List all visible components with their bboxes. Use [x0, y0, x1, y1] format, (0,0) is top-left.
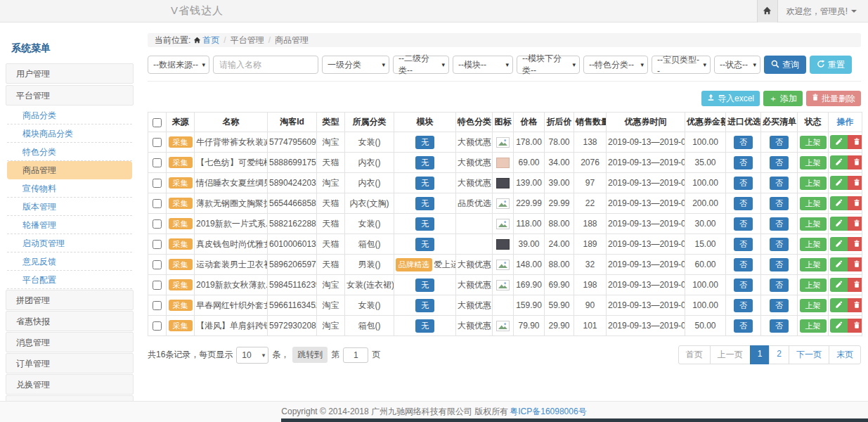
filter-select-feature-category[interactable]: --特色分类--▾	[583, 56, 648, 74]
filter-select-level2-category[interactable]: --二级分类--▾	[393, 56, 449, 74]
delete-button[interactable]	[848, 298, 862, 312]
filter-select-module-subcategory[interactable]: --模块下分类--▾	[517, 56, 580, 74]
icp-link[interactable]: 粤ICP备16098006号	[510, 406, 586, 418]
edit-button[interactable]	[830, 176, 848, 190]
sidebar-item-users[interactable]: 用户管理	[6, 63, 134, 84]
sidebar-item-goods-category[interactable]: 商品分类	[7, 106, 132, 124]
sidebar-item-feedback[interactable]: 意见反馈	[7, 252, 132, 271]
delete-button[interactable]	[848, 257, 862, 271]
status-button[interactable]: 上架	[800, 279, 827, 292]
delete-button[interactable]	[848, 196, 862, 210]
select-all-checkbox[interactable]	[153, 118, 162, 127]
module-badge[interactable]: 无	[415, 299, 434, 312]
home-button[interactable]	[757, 0, 778, 23]
pager-button-1[interactable]: 1	[750, 345, 770, 364]
filter-select-item-type[interactable]: --宝贝类型--▾	[652, 56, 711, 74]
module-badge[interactable]: 无	[415, 319, 434, 333]
sidebar-item-version-management[interactable]: 版本管理	[7, 198, 132, 216]
edit-button[interactable]	[830, 278, 848, 292]
row-checkbox[interactable]	[153, 240, 162, 249]
module-badge[interactable]: 无	[415, 156, 434, 170]
sidebar-item-feature-category[interactable]: 特色分类	[7, 143, 132, 161]
module-badge[interactable]: 无	[415, 238, 434, 251]
row-checkbox[interactable]	[153, 138, 162, 147]
must-buy-toggle[interactable]: 否	[770, 279, 789, 292]
sidebar-item-splash-management[interactable]: 启动页管理	[7, 234, 132, 252]
import-select-toggle[interactable]: 否	[734, 177, 753, 190]
import-select-toggle[interactable]: 否	[734, 319, 753, 333]
import-select-toggle[interactable]: 否	[734, 136, 753, 149]
row-checkbox[interactable]	[153, 301, 162, 310]
page-number-input[interactable]	[343, 347, 368, 363]
row-checkbox[interactable]	[153, 260, 162, 269]
delete-button[interactable]	[848, 237, 862, 251]
sidebar-item-carousel-management[interactable]: 轮播管理	[7, 216, 132, 234]
add-button[interactable]: ＋ 添加	[763, 91, 803, 106]
must-buy-toggle[interactable]: 否	[770, 136, 789, 149]
module-badge[interactable]: 品牌精选	[396, 258, 432, 271]
sidebar-item-saving-news[interactable]: 省惠快报	[6, 311, 134, 331]
row-checkbox[interactable]	[153, 158, 162, 167]
user-menu[interactable]: 欢迎您，管理员!	[778, 0, 868, 23]
module-badge[interactable]: 无	[415, 136, 434, 149]
filter-select-data-source[interactable]: --数据来源--▾	[148, 56, 209, 74]
edit-button[interactable]	[830, 319, 848, 333]
module-badge[interactable]: 无	[415, 217, 434, 231]
import-excel-button[interactable]: 导入excel	[701, 91, 760, 106]
status-button[interactable]: 上架	[800, 217, 827, 231]
import-select-toggle[interactable]: 否	[734, 156, 753, 170]
edit-button[interactable]	[830, 217, 848, 231]
delete-button[interactable]	[848, 217, 862, 231]
status-button[interactable]: 上架	[800, 197, 827, 210]
search-input[interactable]	[213, 56, 318, 74]
filter-select-status[interactable]: --状态--▾	[714, 56, 760, 74]
import-select-toggle[interactable]: 否	[734, 258, 753, 271]
pager-button-下一页[interactable]: 下一页	[789, 345, 829, 364]
import-select-toggle[interactable]: 否	[734, 279, 753, 292]
jump-button[interactable]: 跳转到	[292, 347, 328, 363]
reset-button[interactable]: 重置	[810, 56, 852, 74]
edit-button[interactable]	[830, 155, 848, 170]
edit-button[interactable]	[830, 135, 848, 149]
sidebar-item-orders[interactable]: 订单管理	[6, 353, 134, 373]
sidebar-item-platform[interactable]: 平台管理	[6, 85, 134, 106]
module-badge[interactable]: 无	[415, 197, 434, 210]
row-checkbox[interactable]	[153, 199, 162, 208]
status-button[interactable]: 上架	[800, 156, 827, 170]
pager-button-末页[interactable]: 末页	[829, 345, 861, 364]
delete-button[interactable]	[848, 278, 862, 292]
status-button[interactable]: 上架	[800, 238, 827, 251]
edit-button[interactable]	[830, 298, 848, 312]
per-page-select[interactable]: 10 ▾	[236, 347, 268, 364]
breadcrumb-home-link[interactable]: 首页	[202, 34, 219, 46]
sidebar-item-group-buy[interactable]: 拼团管理	[6, 290, 134, 310]
must-buy-toggle[interactable]: 否	[770, 299, 789, 312]
must-buy-toggle[interactable]: 否	[770, 217, 789, 231]
delete-button[interactable]	[848, 155, 862, 170]
module-badge[interactable]: 无	[415, 177, 434, 190]
must-buy-toggle[interactable]: 否	[770, 177, 789, 190]
pager-button-上一页[interactable]: 上一页	[710, 345, 751, 364]
edit-button[interactable]	[830, 237, 848, 251]
import-select-toggle[interactable]: 否	[734, 238, 753, 251]
sidebar-item-messages[interactable]: 消息管理	[6, 332, 134, 352]
row-checkbox[interactable]	[153, 281, 162, 290]
must-buy-toggle[interactable]: 否	[770, 319, 789, 333]
must-buy-toggle[interactable]: 否	[770, 238, 789, 251]
sidebar-item-module-goods-category[interactable]: 模块商品分类	[7, 124, 132, 143]
module-badge[interactable]: 无	[415, 279, 434, 292]
must-buy-toggle[interactable]: 否	[770, 156, 789, 170]
filter-select-module[interactable]: --模块--▾	[453, 56, 513, 74]
sidebar-item-promo-materials[interactable]: 宣传物料	[7, 179, 132, 198]
delete-button[interactable]	[848, 176, 862, 190]
status-button[interactable]: 上架	[800, 136, 827, 149]
edit-button[interactable]	[830, 196, 848, 210]
batch-delete-button[interactable]: 批量删除	[806, 91, 861, 106]
status-button[interactable]: 上架	[800, 299, 827, 312]
status-button[interactable]: 上架	[800, 258, 827, 271]
query-button[interactable]: 查询	[764, 56, 806, 74]
delete-button[interactable]	[848, 319, 862, 333]
must-buy-toggle[interactable]: 否	[770, 197, 789, 210]
sidebar-item-goods-management[interactable]: 商品管理	[7, 161, 132, 179]
import-select-toggle[interactable]: 否	[734, 299, 753, 312]
